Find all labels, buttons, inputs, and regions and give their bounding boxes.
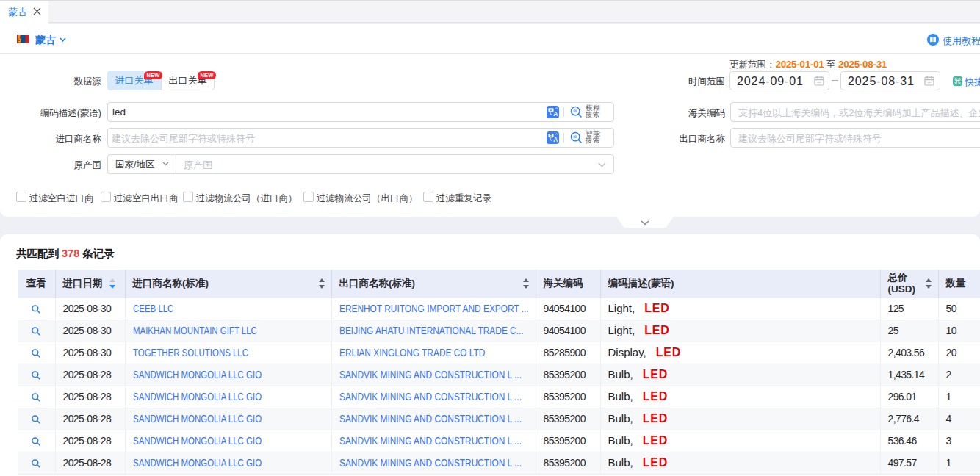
svg-text:A: A — [553, 136, 558, 143]
svg-text:A: A — [553, 110, 558, 118]
